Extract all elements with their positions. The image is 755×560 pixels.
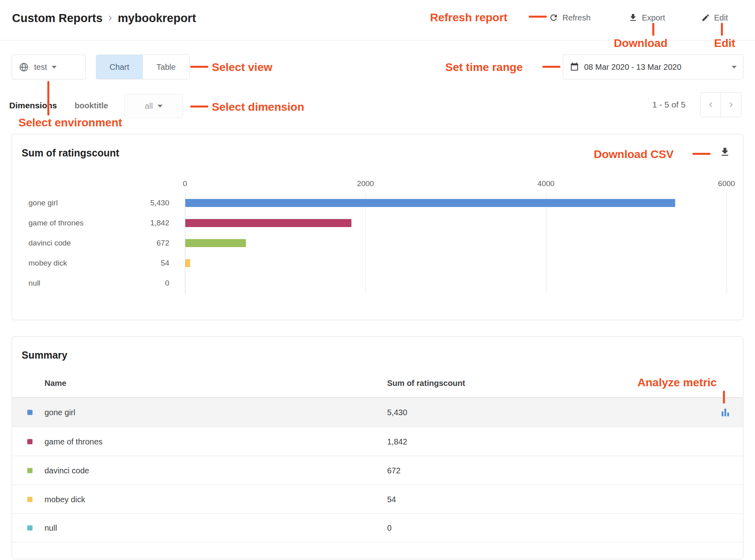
annotation-set-time-range: Set time range xyxy=(445,61,523,74)
tab-table[interactable]: Table xyxy=(143,55,189,79)
row-name: mobey dick xyxy=(45,495,85,504)
annotation-edit: Edit xyxy=(714,37,735,50)
pagination-controls xyxy=(700,92,741,117)
pagination-status: 1 - 5 of 5 xyxy=(652,100,686,110)
chevron-down-icon xyxy=(732,66,737,69)
annotation-line-edit xyxy=(721,23,723,36)
column-header-sum: Sum of ratingscount xyxy=(387,379,465,388)
dimensions-label: Dimensions xyxy=(9,101,57,110)
table-row: null 0 xyxy=(12,513,743,542)
annotation-line-set-time-range xyxy=(542,66,560,68)
view-toggle: Chart Table xyxy=(96,55,190,79)
environment-selector[interactable]: test xyxy=(12,55,86,79)
chart-row: davinci code 672 xyxy=(12,233,743,253)
export-button[interactable]: Export xyxy=(628,10,665,26)
refresh-button-label: Refresh xyxy=(562,13,591,22)
chevron-down-icon xyxy=(158,105,162,108)
chevron-down-icon xyxy=(52,66,57,69)
edit-button-label: Edit xyxy=(714,13,728,22)
dimension-value-label: all xyxy=(145,101,153,111)
tab-chart[interactable]: Chart xyxy=(96,55,143,79)
table-row: mobey dick 54 xyxy=(12,485,743,513)
export-button-label: Export xyxy=(642,13,665,22)
row-name: davinci code xyxy=(45,466,89,475)
annotation-refresh-report: Refresh report xyxy=(430,11,507,24)
row-value: 672 xyxy=(387,466,400,475)
x-axis-tick: 6000 xyxy=(710,179,743,188)
date-range-value: 08 Mar 2020 - 13 Mar 2020 xyxy=(584,63,727,72)
custom-reports-page: Custom Reports › mybookreport Refresh Ex… xyxy=(0,0,755,560)
chart-value-label: 5,430 xyxy=(113,199,169,207)
chart-row: gone girl 5,430 xyxy=(12,193,743,213)
chart-category-label: gone girl xyxy=(28,199,58,207)
date-range-picker[interactable]: 08 Mar 2020 - 13 Mar 2020 xyxy=(563,55,743,79)
annotation-download: Download xyxy=(614,37,668,50)
row-value: 54 xyxy=(387,495,396,504)
row-name: null xyxy=(45,523,57,533)
globe-icon xyxy=(18,62,29,73)
row-value: 0 xyxy=(387,523,392,533)
summary-table-header: Name Sum of ratingscount xyxy=(12,369,743,398)
chart-rows: gone girl 5,430 game of thrones 1,842 da… xyxy=(12,193,743,293)
annotation-line-download xyxy=(652,23,654,36)
chart-row: null 0 xyxy=(12,273,743,293)
table-row: game of thrones 1,842 xyxy=(12,427,743,456)
chart-bar xyxy=(185,219,351,227)
chart-category-label: game of thrones xyxy=(28,219,83,227)
annotation-analyze-metric: Analyze metric xyxy=(637,376,717,389)
chart-bar xyxy=(185,259,190,267)
bar-chart-icon xyxy=(720,407,731,418)
annotation-download-csv: Download CSV xyxy=(594,148,674,161)
chart-card: Sum of ratingscount 0 2000 4000 6000 gon… xyxy=(12,134,743,320)
x-axis-tick: 0 xyxy=(169,179,201,188)
table-row: gone girl 5,430 xyxy=(12,398,743,427)
header: Custom Reports › mybookreport Refresh Ex… xyxy=(0,0,755,41)
breadcrumb-current-report: mybookreport xyxy=(118,12,196,25)
row-name: game of thrones xyxy=(45,437,103,446)
row-value: 1,842 xyxy=(387,437,407,446)
annotation-select-dimension: Select dimension xyxy=(212,101,304,114)
breadcrumb-custom-reports[interactable]: Custom Reports xyxy=(12,12,103,25)
series-color-swatch xyxy=(27,410,32,415)
edit-button[interactable]: Edit xyxy=(701,10,728,26)
annotation-line-select-environment xyxy=(47,81,49,116)
pagination-next-button[interactable] xyxy=(721,93,741,117)
summary-title: Summary xyxy=(22,349,67,361)
dimension-name: booktitle xyxy=(75,101,108,110)
chart-value-label: 1,842 xyxy=(113,219,169,227)
chart-bar xyxy=(185,239,246,247)
annotation-line-download-csv xyxy=(692,153,710,155)
chart-value-label: 0 xyxy=(113,279,169,288)
breadcrumb: Custom Reports › mybookreport xyxy=(12,11,196,25)
refresh-button[interactable]: Refresh xyxy=(549,10,591,26)
download-icon xyxy=(719,146,731,158)
chart-bar xyxy=(185,199,675,207)
pencil-icon xyxy=(701,13,710,22)
pagination-prev-button[interactable] xyxy=(701,93,721,117)
analyze-metric-button[interactable] xyxy=(720,407,731,418)
chevron-left-icon xyxy=(706,100,716,110)
chart-row: game of thrones 1,842 xyxy=(12,213,743,233)
chart-category-label: mobey dick xyxy=(28,259,67,268)
chart-title: Sum of ratingscount xyxy=(22,147,119,159)
annotation-select-view: Select view xyxy=(212,61,272,74)
annotation-line-select-view xyxy=(190,66,208,68)
refresh-icon xyxy=(549,13,558,22)
breadcrumb-chevron-icon: › xyxy=(108,10,112,24)
dimension-value-dropdown[interactable]: all xyxy=(124,94,183,118)
annotation-line-refresh xyxy=(529,16,547,18)
series-color-swatch xyxy=(27,468,32,473)
x-axis-tick: 4000 xyxy=(530,179,562,188)
series-color-swatch xyxy=(27,497,32,502)
download-icon xyxy=(628,13,638,22)
chart-category-label: davinci code xyxy=(28,239,71,248)
table-row: davinci code 672 xyxy=(12,456,743,485)
summary-table-body: gone girl 5,430 game of thrones 1,842 da… xyxy=(12,398,743,542)
chart-category-label: null xyxy=(28,279,41,288)
chevron-right-icon xyxy=(726,100,736,110)
chart-value-label: 54 xyxy=(113,259,169,268)
download-csv-button[interactable] xyxy=(719,146,731,159)
annotation-line-select-dimension xyxy=(190,106,208,108)
environment-selector-label: test xyxy=(34,63,47,72)
series-color-swatch xyxy=(27,439,32,444)
